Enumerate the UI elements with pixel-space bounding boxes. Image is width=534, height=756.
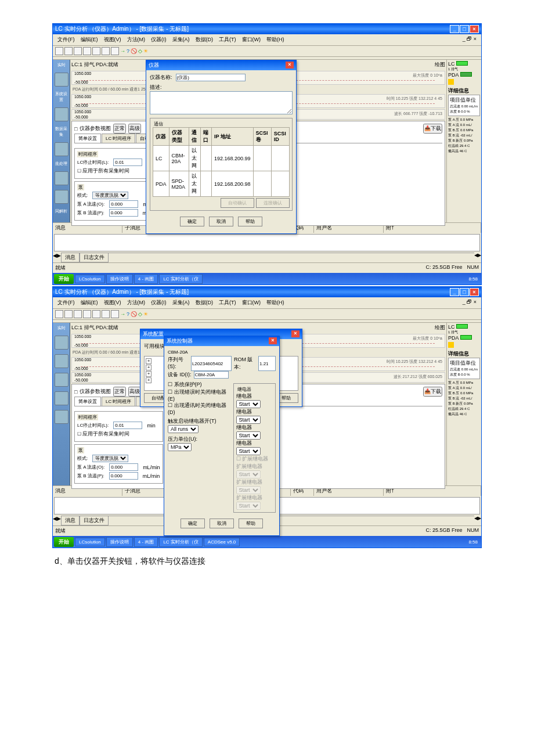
minimize-icon[interactable]: _ — [450, 25, 459, 33]
right-panel: LC 1 排气 PDA 详细信息 项目 值 单位 总流速 0.00 mL/m 浓… — [446, 60, 481, 222]
sidebar-icon-1[interactable] — [55, 73, 68, 87]
save-icon[interactable] — [74, 47, 82, 55]
task-item[interactable]: LCsolution — [75, 275, 105, 283]
chart-tab: LC:1 排气 PDA:就绪 — [71, 61, 118, 69]
dialog-close-icon[interactable]: × — [269, 337, 277, 344]
task-item[interactable]: 4 - 画图 — [134, 274, 158, 284]
ok-button[interactable]: 确定 — [181, 519, 205, 528]
auto-btn[interactable]: 自动确认 — [221, 198, 254, 208]
sidebar-label: 实时 — [57, 62, 66, 68]
normal-button[interactable]: 正常 — [113, 124, 126, 134]
new-icon[interactable] — [55, 47, 63, 55]
toolbar-1: → ? 🚫 ◇ ☀ — [53, 46, 481, 57]
sidebar-icon[interactable] — [55, 336, 68, 350]
contact-select[interactable]: All runs — [168, 425, 199, 433]
print-icon[interactable] — [83, 47, 91, 55]
menu-tools[interactable]: 工具(T) — [217, 35, 239, 44]
menu-window[interactable]: 窗口(W) — [240, 35, 264, 44]
expand-icon[interactable]: + — [146, 371, 151, 377]
mode-select[interactable]: 等度度洗脱 — [92, 192, 128, 199]
start-button[interactable]: 开始 — [54, 537, 74, 547]
flow-a-input[interactable] — [109, 200, 138, 208]
menu-window[interactable]: 窗口(W) — [240, 298, 264, 307]
menu-file[interactable]: 文件(F) — [55, 35, 77, 44]
dialog-title: 仪器 — [149, 62, 286, 69]
titlebar: LC 实时分析 （仪器）Admin） - [数据采集 - 无标题] _ □ × — [53, 24, 481, 34]
sidebar-icon[interactable] — [55, 410, 68, 424]
tab-time[interactable]: LC 时间程序 — [102, 134, 135, 143]
close-icon[interactable]: × — [470, 288, 479, 296]
dialog-close-icon[interactable]: × — [291, 330, 300, 337]
menu-instrument[interactable]: 仪器(I) — [149, 35, 169, 44]
task-item[interactable]: LC 实时分析（仪 — [159, 274, 202, 284]
sidebar-icon-5[interactable] — [55, 190, 68, 204]
advanced-button[interactable]: 高级 — [128, 124, 141, 134]
sidebar: 实时 系统设置 数据采集 批处理 同解析 — [53, 60, 70, 222]
app-title: LC 实时分析 （仪器）Admin） - [数据采集 - 无标题] — [55, 288, 450, 296]
menu-edit[interactable]: 编辑(E) — [78, 298, 100, 307]
cancel-button[interactable]: 取消 — [209, 217, 233, 226]
minimize-icon[interactable]: _ — [450, 288, 459, 296]
menu-view[interactable]: 视图(V) — [102, 35, 124, 44]
download-button[interactable]: 📥下载 — [423, 124, 442, 134]
menu-help[interactable]: 帮助(H) — [264, 298, 287, 307]
cancel-button[interactable]: 取消 — [210, 519, 234, 528]
menu-method[interactable]: 方法(M) — [125, 298, 148, 307]
inst-name-input[interactable] — [176, 74, 246, 81]
grid-icon[interactable] — [111, 47, 119, 55]
dialog-close-icon[interactable]: × — [286, 62, 294, 69]
menu-data[interactable]: 数据(D) — [193, 298, 216, 307]
start-button[interactable]: 开始 — [54, 274, 74, 284]
maximize-icon[interactable]: □ — [460, 25, 469, 33]
tool-icon[interactable] — [92, 47, 100, 55]
menu-view[interactable]: 视图(V) — [102, 298, 124, 307]
ok-button[interactable]: 确定 — [180, 217, 204, 226]
app-window-2: LC 实时分析 （仪器）Admin） - [数据采集 - 无标题] _ □ × … — [52, 286, 482, 548]
expand-icon[interactable]: + — [146, 365, 151, 370]
menu-data[interactable]: 数据(D) — [193, 35, 216, 44]
expand-icon[interactable]: + — [146, 358, 151, 364]
menu-acquire[interactable]: 采集(A) — [170, 35, 192, 44]
menu-instrument[interactable]: 仪器(I) — [149, 298, 169, 307]
sidebar-icon[interactable] — [55, 354, 68, 368]
sidebar-icon-4[interactable] — [55, 171, 68, 185]
menu-edit[interactable]: 编辑(E) — [78, 35, 100, 44]
lc-stop-input[interactable] — [113, 159, 142, 166]
chart-icon[interactable] — [102, 47, 110, 55]
bulb-icon[interactable] — [448, 79, 454, 85]
menu-method[interactable]: 方法(M) — [125, 35, 148, 44]
help-button[interactable]: 帮助 — [239, 519, 263, 528]
app-window-1: LC 实时分析 （仪器）Admin） - [数据采集 - 无标题] _ □ × … — [52, 23, 482, 285]
close-icon[interactable]: × — [470, 25, 479, 33]
expand-icon[interactable]: + — [146, 377, 151, 383]
main-area: LC:1 排气 PDA:就绪绘图 1050.000-50.000最大强度 0 1… — [70, 323, 446, 485]
menu-acquire[interactable]: 采集(A) — [170, 298, 192, 307]
flow-b-input[interactable] — [109, 209, 138, 217]
help-button[interactable]: 帮助 — [238, 217, 262, 226]
icon[interactable] — [462, 79, 468, 85]
log-tab[interactable]: 日志文件 — [80, 253, 109, 262]
icon[interactable] — [455, 79, 461, 85]
lc-status-led — [456, 61, 468, 66]
menu-tools[interactable]: 工具(T) — [217, 298, 239, 307]
msg-tab[interactable]: 消息 — [61, 253, 80, 262]
main-area: LC:1 排气 PDA:就绪绘图 1050.000 -50.000 最大强度 0… — [70, 60, 446, 222]
pressure-select[interactable]: MPa — [168, 443, 192, 451]
comm-table: 仪器仪器类型通信端口IP 地址SCSI 卷SCSI ID LCCBM-20A以太… — [153, 127, 290, 197]
menu-help[interactable]: 帮助(H) — [264, 35, 287, 44]
desc-textarea[interactable] — [150, 91, 293, 114]
sidebar-icon-2[interactable] — [55, 107, 68, 121]
conn-btn[interactable]: 连接确认 — [256, 198, 290, 208]
maximize-icon[interactable]: □ — [460, 288, 469, 296]
tab-simple[interactable]: 简单设置 — [74, 134, 101, 143]
menu-file[interactable]: 文件(F) — [55, 298, 77, 307]
new-icon[interactable] — [55, 310, 63, 318]
open-icon[interactable] — [64, 47, 73, 55]
task-item[interactable]: 操作说明 — [106, 274, 133, 284]
table-row: LCCBM-20A以太网192.168.200.99 — [153, 146, 290, 171]
sidebar-icon[interactable] — [55, 373, 68, 387]
serial-input[interactable] — [191, 356, 232, 371]
titlebar: LC 实时分析 （仪器）Admin） - [数据采集 - 无标题] _ □ × — [53, 287, 481, 297]
sidebar-icon[interactable] — [55, 391, 68, 405]
sidebar-icon-3[interactable] — [55, 142, 68, 156]
